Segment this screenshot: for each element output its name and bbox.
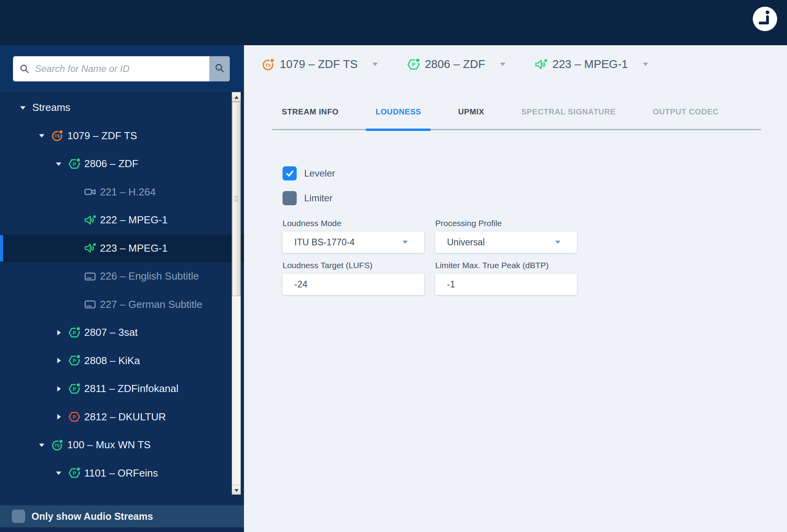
svg-text:P: P (412, 61, 415, 68)
limiter-max-true-peak-dbtp-label: Limiter Max. True Peak (dBTP) (435, 261, 577, 270)
svg-text:TS: TS (54, 443, 59, 448)
svg-text:P: P (73, 386, 76, 392)
audio-icon (534, 58, 548, 71)
tree-item[interactable]: P2806 – ZDF (0, 150, 244, 178)
tree-item[interactable]: Streams (0, 94, 244, 122)
tab-label: UPMIX (458, 107, 484, 116)
tree-item-label: 100 – Mux WN TS (67, 439, 151, 451)
tab-output-codec[interactable]: OUTPUT CODEC (643, 94, 728, 129)
field-value: Universal (435, 237, 485, 248)
tree-item[interactable]: TS100 – Mux WN TS (0, 431, 244, 459)
tree-item[interactable]: 222 – MPEG-1 (0, 206, 244, 234)
chevron-down-icon[interactable] (37, 440, 46, 450)
sidebar-footer: Only show Audio Streams (0, 505, 244, 527)
program-icon: P (68, 411, 81, 423)
tab-spectral-signature[interactable]: SPECTRAL SIGNATURE (512, 94, 625, 129)
subtitle-icon (84, 298, 96, 311)
sidebar-scrollbar[interactable] (232, 92, 241, 495)
breadcrumb-item[interactable]: P 2806 – ZDF (407, 58, 506, 71)
chevron-right-icon[interactable] (54, 356, 63, 365)
svg-text:P: P (73, 330, 76, 336)
program-icon: P (68, 326, 81, 339)
tree-item[interactable]: P2812 – DKULTUR (0, 403, 244, 431)
tree-item[interactable]: 226 – English Subtitle (0, 262, 244, 291)
limiter-label: Limiter (304, 193, 333, 204)
program-icon: P (407, 58, 420, 71)
tab-loudness[interactable]: LOUDNESS (366, 94, 430, 129)
chevron-down-icon[interactable] (642, 62, 649, 67)
chevron-right-icon[interactable] (54, 412, 63, 422)
limiter-checkbox[interactable] (283, 191, 297, 205)
tab-label: OUTPUT CODEC (653, 107, 719, 116)
chevron-down-icon[interactable] (54, 159, 63, 169)
program-icon: P (68, 158, 81, 170)
search-icon (214, 63, 225, 75)
breadcrumb: TS 1079 – ZDF TS P 2806 – ZDF 223 – MPEG… (244, 45, 787, 84)
only-audio-label: Only show Audio Streams (31, 511, 153, 522)
chevron-down-icon[interactable] (499, 62, 506, 67)
limiter-max-true-peak-dbtp-input[interactable]: -1 (435, 274, 577, 295)
tree-item[interactable]: 221 – H.264 (0, 178, 244, 206)
loudness-target-lufs-field: Loudness Target (LUFS)-24 (283, 261, 424, 295)
tree-item[interactable]: P2811 – ZDFinfokanal (0, 375, 244, 403)
audio-icon (84, 214, 96, 226)
field-value: ITU BS-1770-4 (283, 237, 355, 248)
sidebar-footer-strip (0, 527, 244, 532)
leveler-checkbox[interactable] (283, 166, 297, 180)
chevron-right-icon[interactable] (54, 328, 63, 337)
search-input[interactable] (30, 56, 209, 82)
chevron-down-icon[interactable] (18, 103, 28, 112)
tree-item-label: 2811 – ZDFinfokanal (84, 383, 178, 395)
search-box (13, 56, 230, 81)
svg-text:TS: TS (54, 134, 59, 139)
subtitle-icon (84, 270, 96, 283)
loudness-mode-select[interactable]: ITU BS-1770-4 (283, 232, 424, 253)
tab-stream-info[interactable]: STREAM INFO (272, 94, 348, 129)
stream-tree: Streams TS1079 – ZDF TS P2806 – ZDF 221 … (0, 94, 244, 505)
app-window: Streams TS1079 – ZDF TS P2806 – ZDF 221 … (0, 0, 787, 532)
tree-item[interactable]: 227 – German Subtitle (0, 291, 244, 319)
chevron-down-icon (402, 240, 408, 245)
svg-text:P: P (73, 414, 76, 420)
breadcrumb-item[interactable]: 223 – MPEG-1 (534, 58, 649, 71)
breadcrumb-item[interactable]: TS 1079 – ZDF TS (262, 58, 379, 71)
program-icon: P (68, 354, 81, 367)
chevron-right-icon[interactable] (54, 384, 63, 394)
only-audio-checkbox[interactable] (12, 510, 25, 523)
selected-accent-bar (0, 235, 3, 262)
tree-item[interactable]: TS1079 – ZDF TS (0, 122, 244, 150)
processing-profile-select[interactable]: Universal (435, 232, 577, 253)
tree-item-label: 222 – MPEG-1 (100, 214, 168, 226)
search-button[interactable] (209, 56, 230, 81)
chevron-down-icon (554, 240, 561, 245)
chevron-down-icon[interactable] (54, 468, 63, 478)
processing-profile-field: Processing ProfileUniversal (435, 219, 577, 253)
limiter-row[interactable]: Limiter (283, 191, 333, 205)
program-icon: P (68, 383, 81, 395)
tree-item[interactable]: P2807 – 3sat (0, 318, 244, 347)
tree-item-label: 1101 – ORFeins (84, 467, 158, 479)
audio-icon (84, 242, 96, 254)
tree-item[interactable]: P2808 – KiKa (0, 347, 244, 375)
tab-upmix[interactable]: UPMIX (449, 94, 493, 129)
tree-item[interactable]: P1101 – ORFeins (0, 459, 244, 488)
loudness-target-lufs-input[interactable]: -24 (283, 274, 424, 295)
leveler-row[interactable]: Leveler (283, 166, 335, 180)
chevron-down-icon[interactable] (37, 131, 46, 140)
tree-item[interactable]: 223 – MPEG-1 (0, 234, 244, 263)
scroll-up-button[interactable] (232, 92, 240, 102)
scroll-down-button[interactable] (232, 485, 240, 494)
svg-text:TS: TS (265, 63, 271, 67)
scrollbar-thumb[interactable] (232, 102, 240, 296)
tab-label: SPECTRAL SIGNATURE (521, 107, 616, 116)
ts-icon: TS (262, 58, 275, 71)
top-bar (0, 0, 787, 45)
chevron-down-icon[interactable] (372, 62, 379, 67)
tree-item-label: 2807 – 3sat (84, 326, 138, 339)
tab-label: STREAM INFO (282, 107, 338, 116)
tree-item-label: 2812 – DKULTUR (84, 411, 166, 423)
svg-text:P: P (73, 358, 76, 364)
svg-text:P: P (73, 161, 76, 167)
tree-item-label: 2806 – ZDF (84, 158, 138, 170)
video-icon (84, 186, 96, 198)
